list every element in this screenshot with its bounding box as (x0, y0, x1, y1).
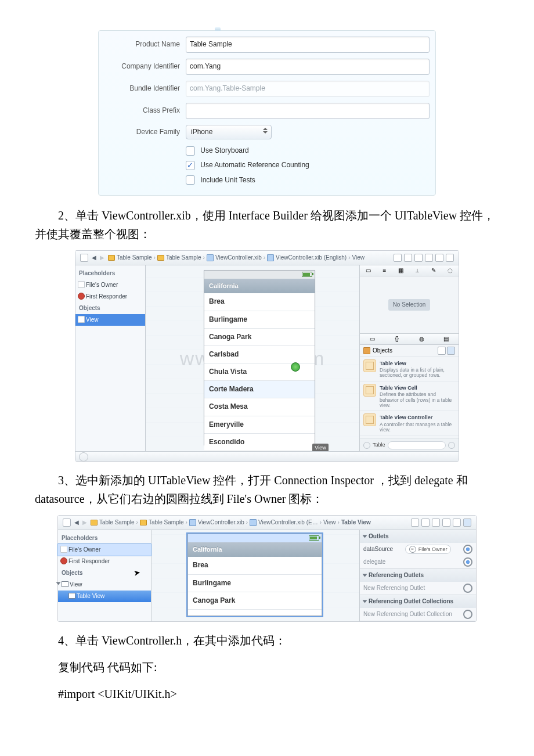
ib-canvas[interactable]: www.docx.com California Brea Burlingame … (146, 265, 359, 451)
table-row[interactable]: Corte Madera (204, 381, 315, 398)
use-storyboard-label: Use Storyboard (200, 146, 248, 154)
breadcrumb[interactable]: Table Sample› Table Sample› ViewControll… (91, 518, 371, 527)
table-row[interactable]: Carlsbad (204, 346, 315, 363)
first-responder-item[interactable]: First Responder (75, 291, 145, 303)
library-objects-label: Objects (373, 346, 392, 355)
phone-mock[interactable]: California Brea Burlingame Canoga Park C… (204, 270, 315, 445)
xib-icon (189, 519, 196, 526)
library-tab-icon[interactable]: ▭ (360, 334, 385, 344)
delegate-outlet[interactable]: delegate (360, 556, 476, 568)
use-storyboard-checkbox[interactable] (186, 146, 195, 156)
library-viewmode-icon[interactable] (447, 347, 455, 355)
connection-handle-icon[interactable] (463, 545, 472, 554)
product-name-field[interactable]: Table Sample (186, 37, 430, 53)
referencing-outlet-coll-header[interactable]: Referencing Outlet Collections (360, 595, 476, 608)
library-tab-icon[interactable]: ▤ (434, 334, 459, 344)
inspector-tab-icon[interactable] (442, 519, 450, 527)
xcode-topbar: ◀ ▶ Table Sample› Table Sample› ViewCont… (75, 251, 459, 265)
library-search-field[interactable] (388, 441, 446, 449)
class-prefix-field[interactable] (186, 103, 430, 119)
view-item[interactable]: View (75, 314, 145, 326)
inspector-tab-icon[interactable]: ⟂ (409, 265, 425, 276)
device-family-label: Device Family (104, 127, 186, 138)
new-referencing-outlet[interactable]: New Referencing Outlet (360, 582, 476, 595)
inspector-tab-icon[interactable] (425, 254, 433, 262)
inspector-tab-icon[interactable]: ≡ (376, 265, 392, 276)
table-row[interactable]: Burlingame (188, 575, 322, 592)
inspector-tab-icon[interactable] (411, 519, 419, 527)
view-mode-icon[interactable] (80, 254, 88, 262)
referencing-outlets-header[interactable]: Referencing Outlets (360, 569, 476, 582)
inspector-tab-icon[interactable] (404, 254, 412, 262)
connection-handle-icon[interactable] (463, 584, 472, 593)
breadcrumb[interactable]: Table Sample› Table Sample› ViewControll… (108, 253, 365, 262)
objects-group: Objects (75, 303, 145, 314)
company-identifier-label: Company Identifier (104, 61, 186, 72)
nav-back-icon[interactable]: ◀ (92, 253, 96, 262)
library-viewmode-icon[interactable] (438, 347, 446, 355)
zoom-icon[interactable] (79, 452, 88, 462)
include-unit-tests-label: Include Unit Tests (200, 176, 255, 184)
company-identifier-field[interactable]: com.Yang (186, 59, 430, 75)
nav-back-icon[interactable]: ◀ (74, 518, 79, 527)
table-row[interactable]: Burlingame (204, 311, 315, 329)
table-row[interactable]: Brea (204, 293, 315, 311)
inspector-tab-icon[interactable]: ✎ (425, 265, 442, 276)
library-item[interactable]: Table View CellDefines the attributes an… (360, 381, 459, 411)
table-row[interactable]: Brea (188, 557, 322, 574)
folder-icon (140, 520, 147, 525)
outlets-header[interactable]: Outlets (360, 530, 476, 543)
table-row[interactable]: Canoga Park (188, 592, 322, 610)
objects-icon (363, 347, 370, 354)
device-family-select[interactable]: iPhone (186, 125, 272, 139)
use-arc-checkbox[interactable] (186, 161, 195, 170)
project-options-form: Product Name Table Sample Company Identi… (98, 30, 436, 196)
battery-icon (309, 535, 319, 541)
ib-canvas[interactable]: California Brea Burlingame Canoga Park (151, 530, 359, 621)
table-row[interactable]: Costa Mesa (204, 398, 315, 416)
nav-fwd-icon[interactable]: ▶ (82, 518, 87, 527)
inspector-tab-icon[interactable] (435, 254, 443, 262)
library-filter-icon[interactable] (363, 442, 370, 449)
inspector-tab-icon[interactable] (421, 519, 430, 527)
library-clear-icon[interactable] (448, 442, 455, 449)
table-view-item[interactable]: Table View (58, 591, 151, 602)
library-tab-icon[interactable]: {} (385, 334, 410, 344)
placeholders-group: Placeholders (58, 532, 151, 544)
nav-fwd-icon[interactable]: ▶ (100, 253, 104, 262)
inspector-tab-icon[interactable] (432, 519, 440, 527)
use-arc-label: Use Automatic Reference Counting (200, 161, 309, 169)
phone-mock[interactable]: California Brea Burlingame Canoga Park (187, 534, 322, 616)
xib-icon (250, 519, 257, 526)
library-search-value[interactable]: Table (373, 441, 385, 449)
connection-handle-icon[interactable] (463, 610, 472, 619)
new-referencing-outlet-coll[interactable]: New Referencing Outlet Collection (360, 608, 476, 621)
inspector-tab-icon[interactable] (453, 519, 461, 527)
table-row[interactable]: Escondido (204, 434, 315, 451)
table-row[interactable]: Canoga Park (204, 329, 315, 346)
datasource-outlet[interactable]: dataSource ×File's Owner (360, 543, 476, 556)
inspector-tab-icon[interactable]: ▭ (360, 265, 376, 276)
connections-inspector-tab-icon[interactable] (463, 519, 471, 527)
inspector-tab-icon[interactable] (394, 254, 402, 262)
library-tab-icon[interactable]: ◍ (409, 334, 434, 344)
object-library-list[interactable]: Table ViewDisplays data in a list of pla… (360, 357, 459, 439)
connection-handle-icon[interactable] (463, 557, 472, 567)
include-unit-tests-checkbox[interactable] (186, 175, 195, 185)
library-thumb-icon (363, 413, 376, 426)
table-row[interactable]: Emeryville (204, 416, 315, 434)
library-item[interactable]: Table ViewDisplays data in a list of pla… (360, 357, 459, 381)
inspector-tab-icon[interactable] (446, 254, 454, 262)
files-owner-item[interactable]: File's Owner (58, 544, 151, 556)
inspector-tab-icon[interactable]: ▦ (393, 265, 409, 276)
view-mode-icon[interactable] (63, 519, 71, 527)
files-owner-item[interactable]: File's Owner (75, 279, 145, 291)
library-item[interactable]: Table View ControllerA controller that m… (360, 411, 459, 435)
xib-icon (207, 254, 214, 261)
battery-icon (302, 272, 312, 277)
inspector-tab-icon[interactable] (414, 254, 423, 262)
view-item[interactable]: View (58, 579, 151, 591)
xcode-window-1: ◀ ▶ Table Sample› Table Sample› ViewCont… (75, 250, 459, 462)
inspector-tab-icon[interactable]: ◌ (442, 265, 459, 276)
disconnect-icon[interactable]: × (409, 546, 416, 553)
